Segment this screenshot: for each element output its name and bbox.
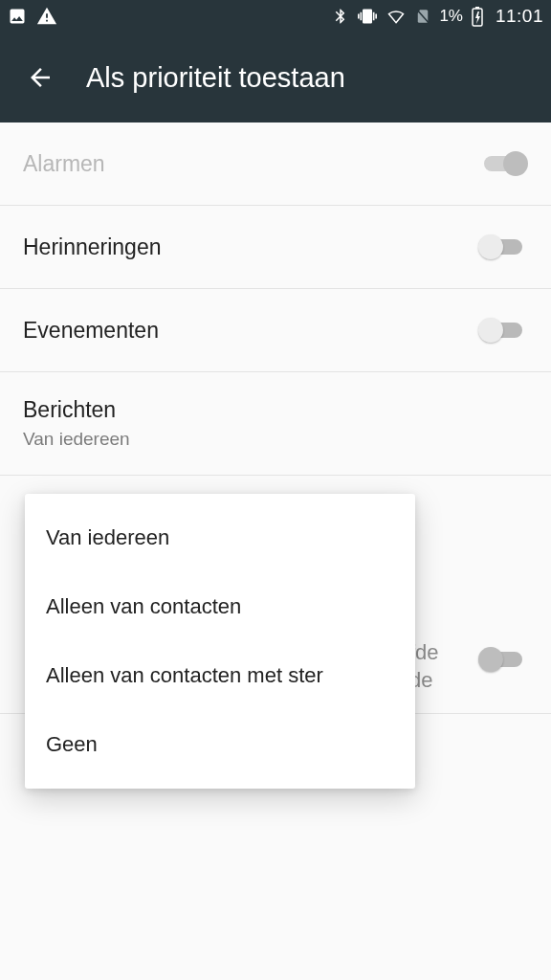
toggle-alarms — [478, 149, 528, 178]
toggle-events[interactable] — [478, 316, 528, 345]
row-messages-label: Berichten — [23, 397, 130, 423]
messages-filter-popup: Van iedereen Alleen van contacten Alleen… — [25, 494, 415, 789]
settings-list: Alarmen Herinneringen Evenementen Berich… — [0, 122, 551, 476]
app-bar: Als prioriteit toestaan — [0, 33, 551, 122]
popup-option-none[interactable]: Geen — [25, 710, 415, 779]
row-events-label: Evenementen — [23, 318, 159, 344]
wifi-icon — [386, 7, 407, 26]
page-title: Als prioriteit toestaan — [86, 62, 345, 94]
vibrate-icon — [357, 7, 378, 26]
popup-option-contacts[interactable]: Alleen van contacten — [25, 572, 415, 641]
warning-icon — [36, 6, 57, 27]
row-reminders-label: Herinneringen — [23, 234, 161, 260]
status-clock: 11:01 — [496, 6, 543, 27]
row-messages-sub: Van iedereen — [23, 429, 130, 450]
row-reminders[interactable]: Herinneringen — [0, 206, 551, 289]
row-alarms-label: Alarmen — [23, 151, 105, 177]
row-alarms: Alarmen — [0, 122, 551, 206]
toggle-background-row[interactable] — [478, 645, 528, 674]
battery-charging-icon — [471, 6, 484, 27]
popup-option-everyone[interactable]: Van iedereen — [25, 503, 415, 572]
no-sim-icon — [414, 7, 431, 26]
arrow-back-icon — [26, 63, 55, 92]
toggle-reminders[interactable] — [478, 233, 528, 261]
battery-percent: 1% — [439, 7, 463, 26]
row-events[interactable]: Evenementen — [0, 289, 551, 372]
row-messages[interactable]: Berichten Van iedereen — [0, 372, 551, 476]
status-bar: 1% 11:01 — [0, 0, 551, 33]
back-button[interactable] — [21, 58, 59, 97]
bluetooth-icon — [332, 7, 349, 26]
popup-option-starred-contacts[interactable]: Alleen van contacten met ster — [25, 641, 415, 710]
svg-rect-2 — [475, 7, 479, 9]
image-icon — [8, 7, 27, 26]
